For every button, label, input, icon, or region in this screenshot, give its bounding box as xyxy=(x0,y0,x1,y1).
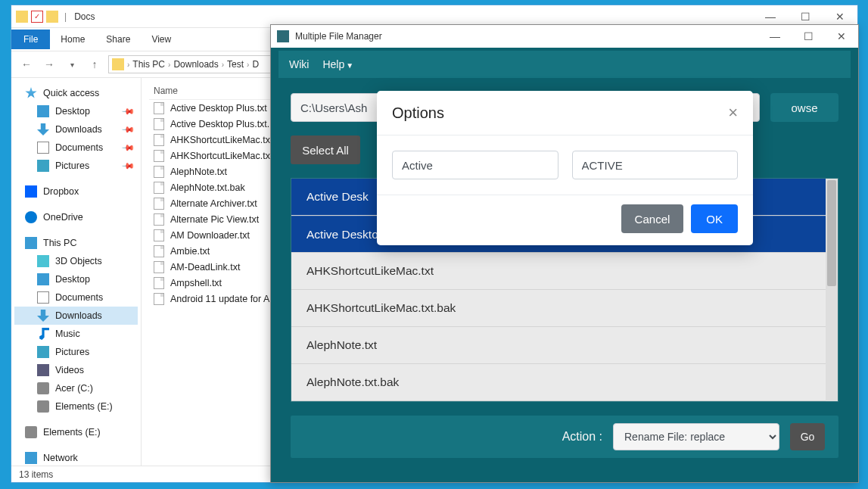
star-icon xyxy=(25,87,37,99)
file-icon xyxy=(154,198,164,210)
crumb-test[interactable]: Test xyxy=(224,59,247,70)
file-icon xyxy=(154,102,164,114)
tree-label: 3D Objects xyxy=(55,256,102,266)
tree-label: Music xyxy=(55,329,80,339)
titlebar-sep: | xyxy=(61,11,70,22)
tab-view[interactable]: View xyxy=(141,30,182,49)
pin-icon: 📌 xyxy=(120,104,135,118)
back-button[interactable]: ← xyxy=(17,55,36,73)
tree-dropbox[interactable]: Dropbox xyxy=(14,182,138,201)
file-icon xyxy=(154,213,164,226)
tree-label: Desktop xyxy=(55,106,90,117)
file-name: Alternate Pic View.txt xyxy=(170,214,259,225)
file-name: Alternate Archiver.txt xyxy=(170,198,257,209)
file-icon xyxy=(154,182,164,194)
tree-onedrive[interactable]: OneDrive xyxy=(14,208,138,226)
close-button[interactable]: ✕ xyxy=(825,25,858,48)
tree-label: Elements (E:) xyxy=(55,401,113,412)
qa-check-icon[interactable]: ✓ xyxy=(31,11,43,23)
app-icon xyxy=(277,30,289,42)
tab-home[interactable]: Home xyxy=(50,30,95,49)
file-icon xyxy=(154,293,164,305)
tree-videos[interactable]: Videos xyxy=(14,361,138,379)
tree-this-pc[interactable]: This PC xyxy=(14,234,138,252)
forward-button[interactable]: → xyxy=(40,55,58,73)
tree-elements-e-2[interactable]: Elements (E:) xyxy=(14,423,138,441)
cancel-button[interactable]: Cancel xyxy=(621,204,684,233)
download-icon xyxy=(37,123,49,135)
pin-icon: 📌 xyxy=(120,122,135,136)
tree-label: Network xyxy=(43,453,78,463)
tab-share[interactable]: Share xyxy=(95,30,141,49)
explorer-tree[interactable]: Quick access Desktop📌 Downloads📌 Documen… xyxy=(11,78,142,466)
up-button[interactable]: ↑ xyxy=(86,55,104,73)
ok-button[interactable]: OK xyxy=(691,204,738,233)
pc-icon xyxy=(25,237,37,249)
file-name: Android 11 update for ASU xyxy=(170,294,283,304)
tree-label: Documents xyxy=(55,142,103,153)
tree-label: OneDrive xyxy=(43,212,83,223)
file-icon xyxy=(154,118,164,130)
tree-pc-downloads[interactable]: Downloads xyxy=(14,307,138,325)
tree-pictures[interactable]: Pictures📌 xyxy=(14,157,138,175)
onedrive-icon xyxy=(25,211,37,223)
drive-icon xyxy=(25,426,37,438)
recent-dropdown[interactable]: ▾ xyxy=(63,55,81,73)
file-name: AlephNote.txt xyxy=(170,167,227,177)
crumb-this-pc[interactable]: This PC xyxy=(129,59,168,70)
drive-icon xyxy=(37,382,49,394)
file-icon xyxy=(154,261,164,273)
mfm-title: Multiple File Manager xyxy=(295,31,382,42)
file-icon xyxy=(154,277,164,289)
maximize-button[interactable]: ☐ xyxy=(792,25,825,48)
tree-pc-desktop[interactable]: Desktop xyxy=(14,270,138,288)
tree-elements-e[interactable]: Elements (E:) xyxy=(14,397,138,416)
pin-icon: 📌 xyxy=(120,158,135,173)
tree-documents[interactable]: Documents📌 xyxy=(14,139,138,157)
replace-input[interactable] xyxy=(572,151,739,179)
file-icon xyxy=(154,229,164,241)
pictures-icon xyxy=(37,160,49,172)
dropbox-icon xyxy=(25,185,37,198)
tree-label: Downloads xyxy=(55,124,102,135)
crumb-downloads[interactable]: Downloads xyxy=(170,59,221,70)
close-icon[interactable]: × xyxy=(728,103,738,123)
file-name: AlephNote.txt.bak xyxy=(170,182,245,193)
music-icon xyxy=(37,328,49,340)
tab-file[interactable]: File xyxy=(11,30,50,49)
folder-icon xyxy=(112,58,124,70)
tree-acer-c[interactable]: Acer (C:) xyxy=(14,379,138,397)
tree-pc-documents[interactable]: Documents xyxy=(14,288,138,307)
tree-music[interactable]: Music xyxy=(14,325,138,343)
tree-label: Desktop xyxy=(55,274,90,285)
file-icon xyxy=(154,134,164,146)
breadcrumb[interactable]: › This PC › Downloads › Test › D xyxy=(108,55,275,73)
tree-label: Downloads xyxy=(55,310,102,321)
document-icon xyxy=(37,291,49,304)
pictures-icon xyxy=(37,346,49,358)
modal-title: Options xyxy=(392,104,444,122)
tree-pc-pictures[interactable]: Pictures xyxy=(14,343,138,361)
find-input[interactable] xyxy=(392,151,558,179)
document-icon xyxy=(37,142,49,154)
pin-icon: 📌 xyxy=(120,140,135,154)
tree-quick-access[interactable]: Quick access xyxy=(14,84,138,102)
tree-label: This PC xyxy=(43,238,76,248)
tree-label: Dropbox xyxy=(43,186,79,197)
tree-desktop[interactable]: Desktop📌 xyxy=(14,102,138,120)
tree-downloads[interactable]: Downloads📌 xyxy=(14,120,138,139)
folder-icon xyxy=(16,11,28,23)
tree-label: Pictures xyxy=(55,347,89,357)
tree-3d-objects[interactable]: 3D Objects xyxy=(14,252,138,270)
file-icon xyxy=(154,245,164,257)
tree-label: Videos xyxy=(55,365,84,375)
file-name: AM-DeadLink.txt xyxy=(170,262,240,273)
desktop-icon xyxy=(37,105,49,117)
minimize-button[interactable]: ― xyxy=(758,25,792,48)
folder-icon xyxy=(46,11,58,23)
tree-label: Pictures xyxy=(55,160,89,171)
drive-icon xyxy=(37,400,49,413)
crumb-d[interactable]: D xyxy=(249,59,262,70)
file-icon xyxy=(154,150,164,162)
tree-network[interactable]: Network xyxy=(14,449,138,466)
